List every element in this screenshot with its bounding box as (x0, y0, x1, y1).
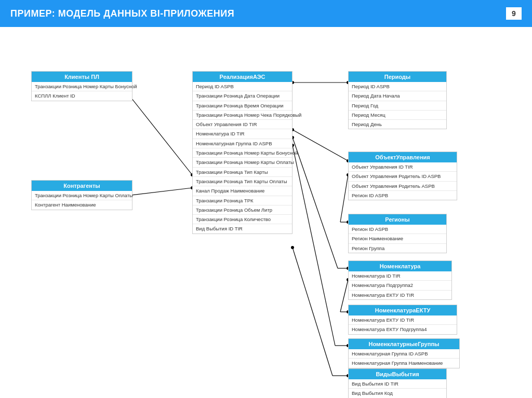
entity-realizatsiya-aes-row-5: Объект Управления ID TIR (193, 120, 292, 129)
svg-line-3 (127, 188, 192, 196)
entity-klienty-pl-header: Клиенты ПЛ (32, 72, 132, 82)
svg-point-22 (291, 246, 294, 249)
entity-vidy-vybytiya-header: ВидыВыбытия (349, 369, 446, 379)
entity-periody-row-3: Период Год (349, 101, 446, 111)
entity-realizatsiya-aes-row-13: Транзакции Розница ТРК (193, 196, 292, 205)
entity-realizatsiya-aes: РеализацияАЭС Период ID ASPB Транзакции … (192, 71, 292, 234)
entity-realizatsiya-aes-row-10: Транзакции Розница Тип Карты (193, 168, 292, 177)
entity-obekt-upravleniya-row-2: Объект Управления Родитель ID ASPB (349, 172, 457, 181)
header-title: ПРИМЕР: МОДЕЛЬ ДАННЫХ BI-ПРИЛОЖЕНИЯ (10, 8, 234, 19)
entity-nomenklaturnye-gruppy-row-2: Номенклатурная Группа Наименование (349, 359, 459, 367)
entity-realizatsiya-aes-row-7: Номенклатурная Группа ID ASPB (193, 139, 292, 148)
svg-line-9 (292, 130, 348, 161)
entity-realizatsiya-aes-row-8: Транзакции Розница Номер Карты Бонусной (193, 148, 292, 158)
svg-line-16 (292, 145, 335, 346)
entity-periody-header: Периоды (349, 72, 446, 82)
entity-realizatsiya-aes-header: РеализацияАЭС (193, 72, 292, 82)
entity-periody: Периоды Период ID ASPB Период Дата Начал… (348, 71, 447, 129)
entity-klienty-pl: Клиенты ПЛ Транзакции Розница Номер Карт… (31, 71, 132, 101)
entity-obekt-upravleniya-row-1: Объект Управления ID TIR (349, 162, 457, 172)
entity-periody-row-5: Период День (349, 120, 446, 129)
entity-regiony-row-3: Регион Группа (349, 244, 446, 253)
entity-obekt-upravleniya: ОбъектУправления Объект Управления ID TI… (348, 152, 457, 200)
svg-line-28 (340, 280, 348, 312)
entity-periody-row-1: Период ID ASPB (349, 82, 446, 91)
entity-vidy-vybytiya-row-2: Вид Выбытия Код (349, 389, 446, 398)
entity-nomenklatura-ektu-row-2: Номенклатура ЕКТУ Подгруппа4 (349, 325, 457, 334)
entity-periody-row-2: Период Дата Начала (349, 91, 446, 101)
entity-obekt-upravleniya-header: ОбъектУправления (349, 152, 457, 162)
entity-realizatsiya-aes-row-15: Транзакции Розница Количество (193, 215, 292, 224)
entity-vidy-vybytiya: ВидыВыбытия Вид Выбытия ID TIR Вид Выбыт… (348, 368, 447, 398)
entity-realizatsiya-aes-row-9: Транзакции Розница Номер Карты Оплаты (193, 158, 292, 167)
entity-nomenklaturnye-gruppy-row-1: Номенклатурная Группа ID ASPB (349, 349, 459, 359)
entity-realizatsiya-aes-row-14: Транзакции Розница Объем Литр (193, 205, 292, 215)
svg-line-12 (292, 138, 338, 268)
entity-realizatsiya-aes-row-12: Канал Продаж Наименование (193, 186, 292, 196)
entity-realizatsiya-aes-row-1: Период ID ASPB (193, 82, 292, 91)
entity-realizatsiya-aes-row-3: Транзакции Розница Время Операции (193, 101, 292, 111)
entity-nomenklaturnye-gruppy-header: НоменклатурныеГруппы (349, 339, 459, 349)
entity-regiony-header: Регионы (349, 214, 446, 225)
entity-obekt-upravleniya-row-3: Объект Управления Родитель ASPB (349, 182, 457, 191)
entity-nomenklatura-row-2: Номенклатура Подгруппа2 (349, 281, 451, 290)
entity-nomenklaturnye-gruppy: НоменклатурныеГруппы Номенклатурная Груп… (348, 338, 460, 368)
content: Клиенты ПЛ Транзакции Розница Номер Карт… (0, 27, 532, 396)
entity-realizatsiya-aes-row-2: Транзакции Розница Дата Операции (193, 91, 292, 101)
header: ПРИМЕР: МОДЕЛЬ ДАННЫХ BI-ПРИЛОЖЕНИЯ 9 (0, 0, 532, 27)
entity-nomenklatura-row-3: Номенклатура ЕКТУ ID TIR (349, 291, 451, 299)
entity-nomenklatura: Номенклатура Номенклатура ID TIR Номенкл… (348, 260, 452, 300)
entity-regiony: Регионы Регион ID ASPB Регион Наименован… (348, 214, 447, 253)
entity-nomenklatura-header: Номенклатура (349, 261, 451, 271)
entity-realizatsiya-aes-row-11: Транзакции Розница Тип Карты Оплаты (193, 177, 292, 186)
entity-kontragenty-row-2: Контрагент Наименование (32, 200, 132, 209)
entity-kontragenty-header: Контрагенты (32, 181, 132, 191)
entity-nomenklatura-ektu-header: НоменклатураЕКТУ (349, 305, 457, 315)
svg-line-0 (127, 93, 192, 175)
svg-line-24 (340, 175, 348, 222)
entity-nomenklatura-row-1: Номенклатура ID TIR (349, 271, 451, 281)
entity-regiony-row-2: Регион Наименование (349, 234, 446, 243)
entity-nomenklatura-ektu-row-1: Номенклатура ЕКТУ ID TIR (349, 315, 457, 325)
entity-periody-row-4: Период Месяц (349, 111, 446, 120)
entity-realizatsiya-aes-row-4: Транзакции Розница Номер Чека Порядковый (193, 111, 292, 120)
entity-nomenklatura-ektu: НоменклатураЕКТУ Номенклатура ЕКТУ ID TI… (348, 305, 457, 335)
entity-vidy-vybytiya-row-1: Вид Выбытия ID TIR (349, 379, 446, 389)
entity-klienty-pl-row-1: Транзакции Розница Номер Карты Бонусной (32, 82, 132, 91)
entity-regiony-row-1: Регион ID ASPB (349, 225, 446, 234)
entity-kontragenty: Контрагенты Транзакции Розница Номер Кар… (31, 180, 132, 210)
entity-obekt-upravleniya-row-4: Регион ID ASPB (349, 191, 457, 200)
entity-klienty-pl-row-2: КСПЛЛ Клиент ID (32, 91, 132, 100)
entity-realizatsiya-aes-row-16: Вид Выбытия ID TIR (193, 224, 292, 233)
svg-line-20 (292, 248, 332, 376)
entity-kontragenty-row-1: Транзакции Розница Номер Карты Оплаты (32, 191, 132, 200)
entity-realizatsiya-aes-row-6: Номенклатура ID TIR (193, 129, 292, 139)
page-number: 9 (506, 7, 522, 20)
